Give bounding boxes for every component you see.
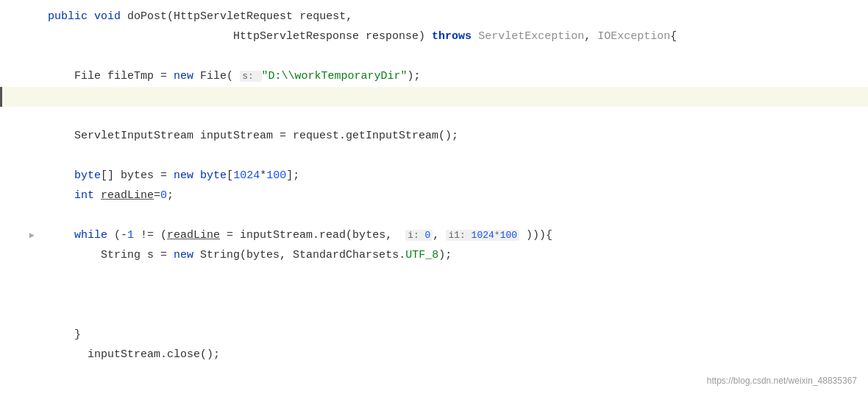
code-text: while (-1 != (readLine = inputStream.rea… bbox=[40, 226, 868, 246]
line-gutter bbox=[0, 345, 40, 365]
code-line-highlighted bbox=[0, 87, 868, 107]
code-line: String s = new String(bytes, StandardCha… bbox=[0, 246, 868, 266]
line-gutter bbox=[0, 67, 40, 87]
line-gutter bbox=[0, 166, 40, 186]
line-gutter bbox=[0, 246, 40, 266]
code-text: int readLine=0; bbox=[40, 186, 868, 206]
code-text: ServletInputStream inputStream = request… bbox=[40, 127, 868, 147]
code-text: HttpServletResponse response) throws Ser… bbox=[40, 27, 868, 47]
code-text: File fileTmp = new File( s: "D:\\workTem… bbox=[40, 67, 868, 87]
line-gutter bbox=[0, 27, 40, 47]
code-line: inputStream.close(); bbox=[0, 345, 868, 365]
code-line bbox=[0, 147, 868, 166]
line-gutter bbox=[0, 206, 40, 226]
code-text: byte[] bytes = new byte[1024*100]; bbox=[40, 166, 868, 186]
line-gutter bbox=[0, 87, 40, 107]
code-text: public void doPost(HttpServletRequest re… bbox=[40, 7, 868, 27]
line-gutter bbox=[0, 326, 40, 345]
code-line bbox=[0, 107, 868, 127]
line-gutter bbox=[0, 107, 40, 127]
line-gutter bbox=[0, 147, 40, 166]
code-line: byte[] bytes = new byte[1024*100]; bbox=[0, 166, 868, 186]
line-gutter bbox=[0, 306, 40, 326]
code-line: HttpServletResponse response) throws Ser… bbox=[0, 27, 868, 47]
code-text bbox=[40, 47, 868, 67]
code-text: inputStream.close(); bbox=[40, 345, 868, 365]
code-line bbox=[0, 206, 868, 226]
code-text bbox=[40, 147, 868, 166]
line-gutter bbox=[0, 286, 40, 306]
gutter-icon: ▶ bbox=[29, 228, 35, 243]
code-text bbox=[40, 306, 868, 326]
line-gutter bbox=[0, 127, 40, 147]
code-editor: public void doPost(HttpServletRequest re… bbox=[0, 0, 868, 394]
code-text bbox=[40, 206, 868, 226]
code-line bbox=[0, 286, 868, 306]
code-line bbox=[0, 266, 868, 286]
code-line: ▶ while (-1 != (readLine = inputStream.r… bbox=[0, 226, 868, 246]
line-gutter bbox=[0, 47, 40, 67]
code-line bbox=[0, 47, 868, 67]
code-text: String s = new String(bytes, StandardCha… bbox=[40, 246, 868, 266]
code-line: int readLine=0; bbox=[0, 186, 868, 206]
code-text bbox=[40, 286, 868, 306]
line-gutter bbox=[0, 266, 40, 286]
code-line: } bbox=[0, 326, 868, 345]
code-text bbox=[40, 107, 868, 127]
line-gutter bbox=[0, 7, 40, 27]
code-line: public void doPost(HttpServletRequest re… bbox=[0, 7, 868, 27]
code-text: } bbox=[40, 326, 868, 345]
code-line bbox=[0, 306, 868, 326]
line-gutter bbox=[0, 186, 40, 206]
code-text bbox=[40, 266, 868, 286]
watermark: https://blog.csdn.net/weixin_48835367 bbox=[707, 373, 857, 388]
line-gutter: ▶ bbox=[0, 226, 40, 246]
code-line: File fileTmp = new File( s: "D:\\workTem… bbox=[0, 67, 868, 87]
code-text bbox=[40, 87, 868, 107]
code-line: ServletInputStream inputStream = request… bbox=[0, 127, 868, 147]
